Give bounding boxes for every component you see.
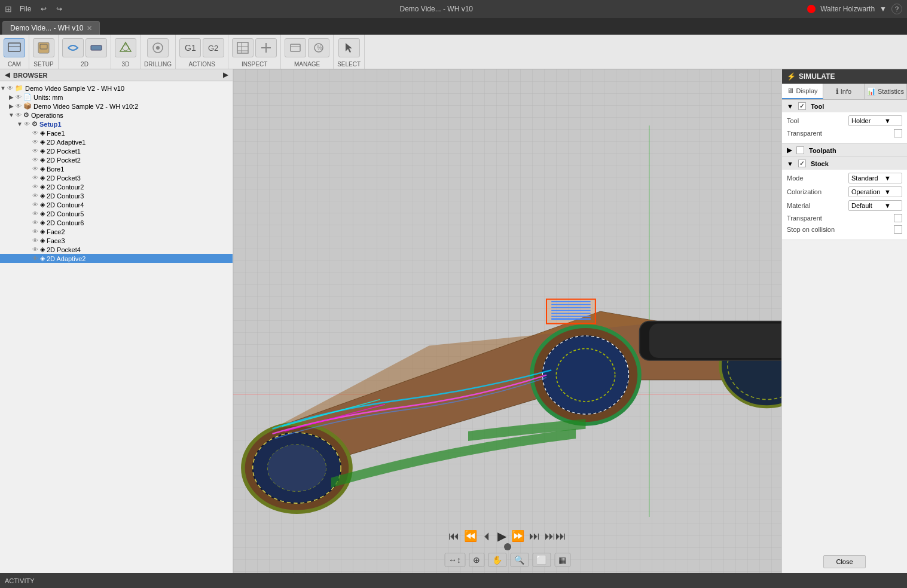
browser-expand-icon[interactable]: ▶ (223, 71, 228, 79)
tool-dropdown[interactable]: Holder ▼ (848, 115, 902, 126)
tree-item-face2[interactable]: 👁◈Face2 (0, 227, 233, 236)
app-icon: ⊞ (5, 4, 12, 14)
tree-item-bore1[interactable]: 👁◈Bore1 (0, 164, 233, 173)
tree-item-contour6[interactable]: 👁◈2D Contour6 (0, 218, 233, 227)
inspect-label: INSPECT (242, 61, 267, 68)
hand-tool-button[interactable]: ✋ (488, 553, 506, 567)
toolpath-section-header[interactable]: ▶ Toolpath (782, 144, 907, 157)
tree-item-contour4[interactable]: 👁◈2D Contour4 (0, 200, 233, 209)
tree-item-adaptive1[interactable]: 👁◈2D Adaptive1 (0, 137, 233, 146)
pan-tool-button[interactable]: ↔↕ (444, 553, 465, 567)
tree-item-contour3[interactable]: 👁◈2D Contour3 (0, 191, 233, 200)
fit-tool-button[interactable]: ⬜ (532, 553, 551, 567)
redo-button[interactable]: ↪ (53, 4, 65, 14)
tree-item-face1[interactable]: 👁◈Face1 (0, 128, 233, 137)
transparent-checkbox-tool[interactable] (894, 129, 902, 137)
mode-dropdown-arrow: ▼ (884, 174, 891, 182)
actions-button2[interactable]: G2 (203, 38, 224, 57)
tree-item-adaptive2[interactable]: 👁◈2D Adaptive2 (0, 254, 233, 263)
item-label: Bore1 (47, 166, 64, 173)
3d-label: 3D (122, 61, 130, 68)
inspect-button1[interactable] (232, 38, 254, 57)
stock-section-header[interactable]: ▼ Stock (782, 157, 907, 170)
zoom-tool-button[interactable]: 🔍 (510, 553, 529, 567)
select-button[interactable] (338, 38, 360, 57)
inspect-button2[interactable] (255, 38, 277, 57)
orbit-tool-button[interactable]: ⊕ (469, 553, 484, 567)
tree-item-root[interactable]: ▼👁📁Demo Video Sample V2 - WH v10 (0, 84, 233, 93)
stock-section: ▼ Stock Mode Standard ▼ Colorization Ope… (782, 157, 907, 240)
frame-forward-button[interactable]: ⏩ (511, 529, 524, 543)
svg-text:%: % (317, 45, 322, 51)
stock-section-content: Mode Standard ▼ Colorization Operation ▼… (782, 170, 907, 240)
tool-section-header[interactable]: ▼ Tool (782, 100, 907, 112)
display-mode-button[interactable]: ▦ (554, 553, 570, 567)
file-menu-button[interactable]: File (17, 4, 34, 14)
stock-section-check[interactable] (798, 160, 806, 167)
3d-view[interactable]: ⏮ ⏪ ⏴ ▶ ⏩ ⏭ ⏭⏭ ↔↕ ⊕ ✋ 🔍 ⬜ ▦ (233, 69, 781, 573)
tree-item-pocket4[interactable]: 👁◈2D Pocket4 (0, 245, 233, 254)
2d-button2[interactable] (85, 38, 107, 57)
tree-item-contour5[interactable]: 👁◈2D Contour5 (0, 209, 233, 218)
collision-row: Stop on collision (787, 225, 902, 234)
user-dropdown-icon[interactable]: ▼ (879, 5, 887, 13)
undo-button[interactable]: ↩ (38, 4, 50, 14)
tree-toggle[interactable]: ▶ (8, 94, 14, 100)
playback-position[interactable] (504, 543, 511, 550)
tree-toggle[interactable]: ▶ (8, 103, 14, 109)
3d-button[interactable] (115, 38, 136, 57)
tab-close-button[interactable]: ✕ (87, 24, 92, 32)
drilling-button[interactable] (147, 38, 169, 57)
tab-info[interactable]: ℹ Info (823, 84, 865, 99)
tree-item-contour2[interactable]: 👁◈2D Contour2 (0, 182, 233, 191)
step-back-button[interactable]: ⏪ (464, 529, 477, 543)
tree-item-pocket2[interactable]: 👁◈2D Pocket2 (0, 155, 233, 164)
colorization-dropdown[interactable]: Operation ▼ (848, 186, 902, 197)
toolpath-section-check[interactable] (796, 146, 804, 154)
item-icon: 📁 (15, 84, 23, 92)
2d-button1[interactable] (62, 38, 84, 57)
tool-section-check[interactable] (798, 102, 806, 110)
tree-item-units[interactable]: ▶👁📄Units: mm (0, 93, 233, 102)
help-button[interactable]: ? (891, 4, 902, 14)
step-forward-button[interactable]: ⏭ (529, 530, 540, 543)
eye-icon: 👁 (32, 166, 38, 172)
inspect-section: INSPECT (228, 35, 281, 69)
transparent-checkbox-stock[interactable] (894, 214, 902, 222)
skip-start-button[interactable]: ⏮ (448, 530, 459, 543)
manage-button1[interactable] (285, 38, 306, 57)
tree-item-face3[interactable]: 👁◈Face3 (0, 236, 233, 245)
material-dropdown[interactable]: Default ▼ (848, 200, 902, 211)
simulate-icon: ⚡ (787, 72, 796, 81)
collapse-icon[interactable]: ◀ (5, 71, 10, 79)
tab-display[interactable]: 🖥 Display (782, 84, 823, 99)
manage-button2[interactable]: % (308, 38, 329, 57)
tree-item-setup1[interactable]: ▼👁⚙Setup1 (0, 120, 233, 128)
tree-item-pocket1[interactable]: 👁◈2D Pocket1 (0, 146, 233, 155)
viewport[interactable]: ⏮ ⏪ ⏴ ▶ ⏩ ⏭ ⏭⏭ ↔↕ ⊕ ✋ 🔍 ⬜ ▦ (233, 69, 781, 573)
toolbar: CAM SETUP 2D 3D (0, 35, 907, 69)
transparent-row-tool: Transparent (787, 129, 902, 137)
play-button[interactable]: ▶ (497, 529, 506, 543)
eye-icon: 👁 (32, 219, 38, 226)
tree-item-doc2[interactable]: ▶👁📦Demo Video Sample V2 - WH v10:2 (0, 102, 233, 111)
tree-toggle[interactable]: ▼ (17, 121, 23, 127)
close-button-row: Close (782, 550, 907, 573)
tree-item-pocket3[interactable]: 👁◈2D Pocket3 (0, 173, 233, 182)
main-tab[interactable]: Demo Vide... - WH v10 ✕ (2, 21, 100, 35)
collision-checkbox[interactable] (894, 225, 902, 234)
tree-toggle[interactable]: ▼ (0, 85, 6, 91)
close-button[interactable]: Close (823, 555, 865, 568)
tree-item-operations[interactable]: ▼👁⚙Operations (0, 111, 233, 120)
eye-icon: 👁 (32, 228, 38, 235)
frame-back-button[interactable]: ⏴ (482, 530, 493, 543)
tool-row: Tool Holder ▼ (787, 115, 902, 126)
mode-dropdown[interactable]: Standard ▼ (848, 173, 902, 183)
cam-label: CAM (8, 61, 21, 68)
actions-button1[interactable]: G1 (179, 38, 201, 57)
setup-button[interactable] (33, 38, 54, 57)
tab-statistics[interactable]: 📊 Statistics (865, 84, 907, 99)
skip-end-button[interactable]: ⏭⏭ (545, 530, 566, 543)
tree-toggle[interactable]: ▼ (8, 112, 14, 118)
cam-button[interactable] (4, 38, 25, 57)
